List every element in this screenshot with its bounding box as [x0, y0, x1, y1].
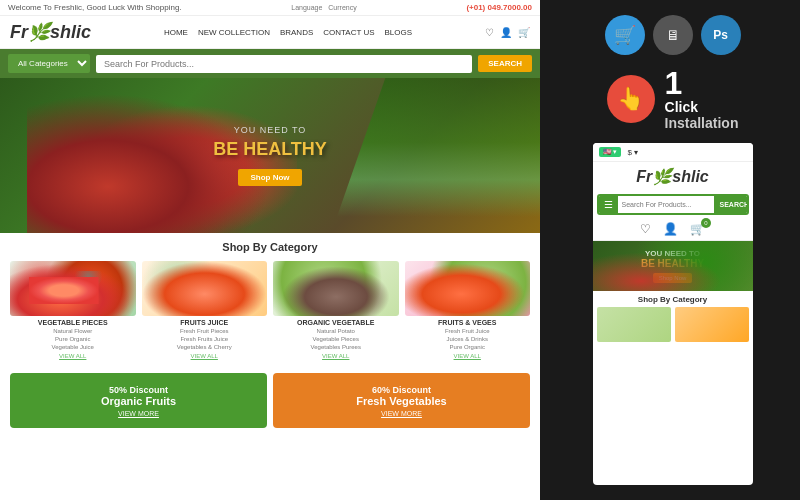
install-label: Installation	[665, 115, 739, 131]
right-panel: 100%Responsive 🛒 🖥 Ps 👆 1 Click Installa…	[545, 0, 800, 500]
promo-title-1: Organic Fruits	[101, 395, 176, 407]
welcome-text: Welcome To Freshlic, Good Luck With Shop…	[8, 3, 182, 12]
category-item-fruitsvegs: FRUITS & VEGES Fresh Fruit Juice Juices …	[405, 261, 531, 359]
mobile-search-bar: ☰ SEARCH	[597, 194, 749, 215]
nav-blogs[interactable]: BLOGS	[385, 28, 413, 37]
category-item-veg: VEGETABLE PIECES Natural Flower Pure Org…	[10, 261, 136, 359]
mobile-logo: Fr🌿shlic	[593, 162, 753, 191]
category-section: Shop By Category VEGETABLE PIECES Natura…	[0, 233, 540, 367]
finger-tap-icon: 👆	[617, 86, 644, 112]
mobile-cart-icon[interactable]: 🛒 0	[690, 222, 705, 236]
hero-cta-button[interactable]: Shop Now	[238, 169, 301, 186]
mobile-hero-banner: YOU NEED TO BE HEALTHY Shop Now	[593, 241, 753, 291]
hero-text: YOU NEED TO BE HEALTHY Shop Now	[213, 125, 327, 186]
category-section-title: Shop By Category	[10, 241, 530, 253]
site-logo: Fr🌿shlic	[10, 21, 91, 43]
mobile-cat-item-2	[675, 307, 749, 342]
click-number: 1	[665, 67, 739, 99]
mobile-currency[interactable]: $ ▾	[627, 148, 638, 157]
top-bar: Welcome To Freshlic, Good Luck With Shop…	[0, 0, 540, 16]
mobile-wishlist-icon[interactable]: ♡	[640, 222, 651, 236]
header-icons: ♡ 👤 🛒	[485, 27, 530, 38]
mobile-top-bar: 🇺🇸 ▾ $ ▾	[593, 143, 753, 162]
nav-brands[interactable]: BRANDS	[280, 28, 313, 37]
mobile-icons-row: ♡ 👤 🛒 0	[593, 218, 753, 241]
ps-action-icon[interactable]: Ps	[701, 15, 741, 55]
cart-icon-symbol: 🛒	[614, 24, 636, 46]
mobile-section-title: Shop By Category	[593, 291, 753, 307]
ps-icon-symbol: Ps	[713, 28, 728, 42]
cart-icon[interactable]: 🛒	[518, 27, 530, 38]
mobile-search-button[interactable]: SEARCH	[714, 196, 749, 213]
mobile-search-input[interactable]	[618, 196, 714, 213]
view-all-organic[interactable]: VIEW ALL	[273, 353, 399, 359]
search-bar: All Categories SEARCH	[0, 49, 540, 78]
category-select[interactable]: All Categories	[8, 54, 90, 73]
phone-number: (+01) 049.7000.00	[466, 3, 532, 12]
lang-currency: Language Currency	[291, 4, 356, 11]
monitor-action-icon[interactable]: 🖥	[653, 15, 693, 55]
user-icon[interactable]: 👤	[500, 27, 512, 38]
cat-name-veg: VEGETABLE PIECES	[10, 319, 136, 326]
cat-sub-veg: Natural Flower Pure Organic Vegetable Ju…	[10, 328, 136, 351]
main-preview: Welcome To Freshlic, Good Luck With Shop…	[0, 0, 540, 500]
view-all-veg[interactable]: VIEW ALL	[10, 353, 136, 359]
cat-image-juice	[142, 261, 268, 316]
mobile-menu-icon[interactable]: ☰	[599, 196, 618, 213]
click-label: Click	[665, 99, 698, 115]
click-button[interactable]: 👆	[607, 75, 655, 123]
action-icons-row: 🛒 🖥 Ps	[605, 15, 741, 55]
mobile-preview: 🇺🇸 ▾ $ ▾ Fr🌿shlic ☰ SEARCH ♡ 👤 🛒 0 YOU N…	[593, 143, 753, 485]
nav-new-collection[interactable]: NEW COLLECTION	[198, 28, 270, 37]
cat-sub-fruitsvegs: Fresh Fruit Juice Juices & Drinks Pure O…	[405, 328, 531, 351]
nav-home[interactable]: HOME	[164, 28, 188, 37]
mobile-user-icon[interactable]: 👤	[663, 222, 678, 236]
cat-name-juice: FRUITS JUICE	[142, 319, 268, 326]
cat-name-fruitsvegs: FRUITS & VEGES	[405, 319, 531, 326]
main-nav: HOME NEW COLLECTION BRANDS CONTACT US BL…	[164, 28, 412, 37]
cart-action-icon[interactable]: 🛒	[605, 15, 645, 55]
click-install-text: 1 Click Installation	[665, 67, 739, 131]
promo-link-2[interactable]: VIEW MORE	[381, 410, 422, 417]
mobile-cat-item-1	[597, 307, 671, 342]
cat-name-organic: ORGANIC VEGETABLE	[273, 319, 399, 326]
hero-subtext: YOU NEED TO	[213, 125, 327, 135]
promo-title-2: Fresh Vegetables	[356, 395, 447, 407]
promo-discount-1: 50% Discount	[109, 385, 168, 395]
cart-count-badge: 0	[701, 218, 711, 228]
click-install-section: 👆 1 Click Installation	[607, 67, 739, 131]
wishlist-icon[interactable]: ♡	[485, 27, 494, 38]
category-item-juice: FRUITS JUICE Fresh Fruit Pieces Fresh Fr…	[142, 261, 268, 359]
promo-discount-2: 60% Discount	[372, 385, 431, 395]
promo-link-1[interactable]: VIEW MORE	[118, 410, 159, 417]
promo-section: 50% Discount Organic Fruits VIEW MORE 60…	[0, 367, 540, 434]
view-all-fruitsvegs[interactable]: VIEW ALL	[405, 353, 531, 359]
category-grid: VEGETABLE PIECES Natural Flower Pure Org…	[10, 261, 530, 359]
hero-greens-bg	[324, 78, 540, 233]
hero-highlight: BE HEALTHY	[213, 139, 327, 161]
cat-image-fruitsvegs	[405, 261, 531, 316]
logo-leaf: 🌿	[28, 22, 50, 42]
promo-organic-fruits[interactable]: 50% Discount Organic Fruits VIEW MORE	[10, 373, 267, 428]
promo-fresh-veg[interactable]: 60% Discount Fresh Vegetables VIEW MORE	[273, 373, 530, 428]
search-button[interactable]: SEARCH	[478, 55, 532, 72]
mobile-category-grid	[593, 307, 753, 346]
cat-image-veg	[10, 261, 136, 316]
cat-image-organic	[273, 261, 399, 316]
nav-contact[interactable]: CONTACT US	[323, 28, 374, 37]
mobile-flag: 🇺🇸 ▾	[599, 147, 622, 157]
search-input[interactable]	[96, 55, 472, 73]
category-item-organic: ORGANIC VEGETABLE Natural Potato Vegetab…	[273, 261, 399, 359]
monitor-icon-symbol: 🖥	[666, 27, 680, 43]
cat-sub-juice: Fresh Fruit Pieces Fresh Fruits Juice Ve…	[142, 328, 268, 351]
cat-sub-organic: Natural Potato Vegetable Pieces Vegetabl…	[273, 328, 399, 351]
hero-banner: YOU NEED TO BE HEALTHY Shop Now	[0, 78, 540, 233]
view-all-juice[interactable]: VIEW ALL	[142, 353, 268, 359]
site-header: Fr🌿shlic HOME NEW COLLECTION BRANDS CONT…	[0, 16, 540, 49]
